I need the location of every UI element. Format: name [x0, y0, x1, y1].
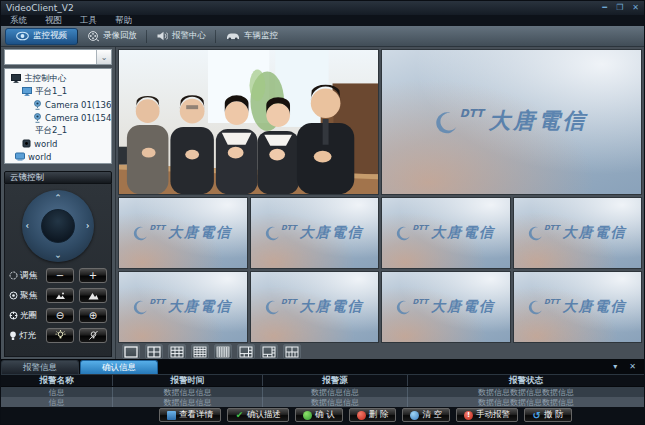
clear-button[interactable]: 清 空 — [402, 408, 450, 422]
layout-1-button[interactable] — [122, 344, 140, 359]
ptz-row-zoom: 调焦 − + — [9, 268, 107, 283]
minimize-button[interactable]: ━ — [602, 4, 607, 12]
video-feed-logo[interactable]: DTT大唐電信 — [118, 271, 248, 343]
ptz-row-label: 聚焦 — [20, 290, 37, 302]
light-on-button[interactable] — [46, 328, 74, 343]
tab-monitor-video[interactable]: 监控视频 — [5, 28, 78, 45]
tree-item-control-center[interactable]: 主控制中心 — [7, 72, 109, 85]
layout-10-button[interactable] — [283, 344, 301, 359]
chevron-down-icon[interactable]: ⌄ — [96, 50, 111, 64]
tree-item-platform-2[interactable]: 平台2_1 — [7, 124, 109, 137]
menu-system[interactable]: 系统 — [10, 15, 27, 27]
zoom-out-button[interactable]: − — [46, 268, 74, 283]
iris-icon — [9, 311, 18, 320]
device-combobox[interactable]: ⌄ — [4, 49, 112, 65]
tab-playback[interactable]: 录像回放 — [78, 28, 147, 45]
eye-icon — [16, 31, 29, 41]
bulb-off-icon — [88, 330, 99, 341]
layout-6-button[interactable] — [237, 344, 255, 359]
monitor-icon — [11, 74, 21, 83]
layout-4-button[interactable] — [145, 344, 163, 359]
tree-label: 平台2_1 — [35, 125, 67, 137]
ptz-right-button[interactable]: ⌃ — [81, 222, 90, 230]
focus-near-button[interactable] — [46, 288, 74, 303]
video-feed-logo[interactable]: DTT大唐電信 — [250, 271, 380, 343]
layout-16-button[interactable] — [191, 344, 209, 359]
dtt-crescent-icon — [133, 300, 148, 315]
ptz-panel: ⌃ ⌃ ⌃ ⌃ 调焦 − + — [4, 184, 112, 357]
video-feed-live[interactable] — [118, 49, 379, 195]
video-feed-logo[interactable]: DTT大唐電信 — [381, 197, 511, 269]
alarm-actions: 查看详情 ✔确认描述 确 认 删 除 清 空 !手动报警 ↺撤 防 — [1, 407, 644, 424]
layout-8-button[interactable] — [260, 344, 278, 359]
datang-watermark: DTT大唐電信 — [265, 224, 364, 242]
ptz-left-button[interactable]: ⌃ — [26, 222, 35, 230]
window-controls: ━ ❐ ✕ — [602, 4, 639, 12]
ptz-dpad: ⌃ ⌃ ⌃ ⌃ — [22, 190, 94, 262]
confirm-icon — [303, 411, 312, 420]
meeting-room-video — [119, 50, 378, 194]
video-feed-logo[interactable]: DTT大唐電信 — [513, 197, 643, 269]
ptz-row-label: 灯光 — [19, 330, 36, 342]
light-off-button[interactable] — [79, 328, 107, 343]
video-feed-logo[interactable]: DTT大唐電信 — [381, 271, 511, 343]
tree-label: 主控制中心 — [24, 73, 67, 85]
dtt-crescent-icon — [528, 226, 543, 241]
tab-vehicle-monitor[interactable]: 车辆监控 — [216, 28, 288, 45]
focus-near-icon — [55, 292, 66, 300]
confirm-button[interactable]: 确 认 — [295, 408, 343, 422]
ptz-row-focus: 聚焦 — [9, 288, 107, 303]
tab-label: 报警中心 — [172, 30, 206, 42]
tab-confirm-info[interactable]: 确认信息 — [80, 360, 158, 374]
menu-tools[interactable]: 工具 — [80, 15, 97, 27]
tree-item-camera-154[interactable]: Camera 01(154) — [7, 111, 109, 124]
collapse-panel-icon[interactable]: ▾ — [613, 363, 617, 371]
layout-25-button[interactable] — [214, 344, 232, 359]
video-feed-logo[interactable]: DTT大唐電信 — [513, 271, 643, 343]
tree-item-platform-1[interactable]: 平台1_1 — [7, 85, 109, 98]
tree-item-world-1[interactable]: world — [7, 137, 109, 150]
view-details-button[interactable]: 查看详情 — [159, 408, 221, 422]
dtt-crescent-icon — [396, 226, 411, 241]
main-area: ⌄ 主控制中心 平台1_1 Camera 01(136) Camera 01 — [1, 47, 644, 359]
video-feed-logo[interactable]: DTT大唐電信 — [118, 197, 248, 269]
zoom-in-button[interactable]: + — [79, 268, 107, 283]
menu-view[interactable]: 视图 — [45, 15, 62, 27]
confirm-description-button[interactable]: ✔确认描述 — [227, 408, 289, 422]
tab-alarm-center[interactable]: 报警中心 — [147, 28, 216, 45]
alarm-panel-tools: ▾ ✕ — [605, 363, 644, 374]
datang-watermark: DTT大唐電信 — [396, 298, 495, 316]
device-tree: 主控制中心 平台1_1 Camera 01(136) Camera 01(154… — [4, 68, 112, 164]
layout-9-button[interactable] — [168, 344, 186, 359]
focus-far-button[interactable] — [79, 288, 107, 303]
ptz-row-iris: 光圈 ⊖ ⊕ — [9, 308, 107, 323]
manual-alarm-button[interactable]: !手动报警 — [456, 408, 518, 422]
dtt-name: 大唐電信 — [489, 108, 588, 136]
ptz-dpad-center[interactable] — [41, 209, 75, 243]
delete-button[interactable]: 删 除 — [349, 408, 397, 422]
reel-icon — [88, 31, 99, 42]
tree-label: world — [34, 139, 57, 149]
ptz-up-button[interactable]: ⌃ — [54, 194, 62, 203]
manual-alarm-icon: ! — [464, 411, 473, 420]
iris-close-button[interactable]: ⊖ — [46, 308, 74, 323]
speaker-icon — [157, 31, 168, 41]
disarm-button[interactable]: ↺撤 防 — [524, 408, 572, 422]
iris-open-button[interactable]: ⊕ — [79, 308, 107, 323]
maximize-button[interactable]: ❐ — [616, 4, 623, 12]
window-title: VideoClient_V2 — [6, 3, 74, 13]
menu-help[interactable]: 帮助 — [115, 15, 132, 27]
tab-alarm-info[interactable]: 报警信息 — [1, 360, 79, 374]
alarm-table-row[interactable]: 信息 数据信息信息 数据信息信息 数据信息数据信息数据信息 — [1, 397, 644, 407]
tree-item-world-2[interactable]: world — [7, 150, 109, 163]
video-feed-logo[interactable]: DTT大唐電信 — [250, 197, 380, 269]
video-feed-logo[interactable]: DTT 大唐電信 — [381, 49, 642, 195]
alarm-table-row[interactable]: 信息 数据信息信息 数据信息信息 数据信息数据信息数据信息 — [1, 387, 644, 397]
tree-item-camera-136[interactable]: Camera 01(136) — [7, 98, 109, 111]
close-button[interactable]: ✕ — [632, 4, 639, 12]
tab-label: 车辆监控 — [244, 30, 278, 42]
dtt-crescent-icon — [133, 226, 148, 241]
ptz-down-button[interactable]: ⌃ — [54, 249, 62, 258]
dtt-abbr: DTT — [460, 108, 484, 120]
close-panel-icon[interactable]: ✕ — [629, 363, 636, 371]
